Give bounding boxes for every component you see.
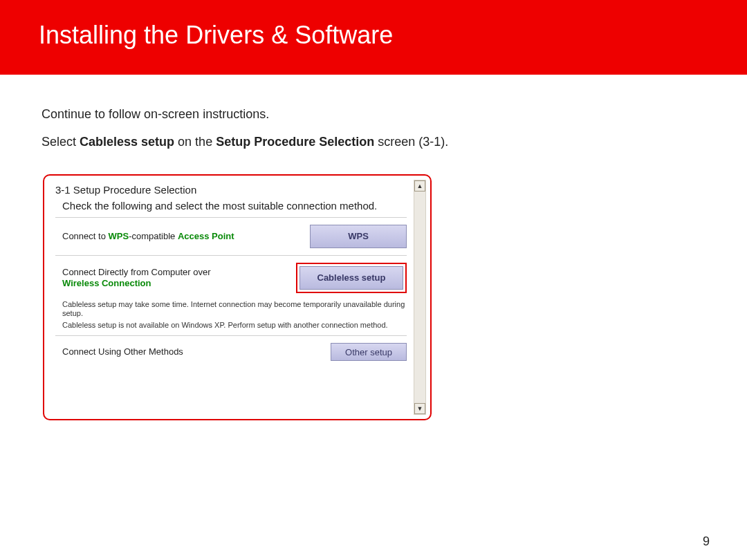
vertical-scrollbar[interactable]: ▲ ▼ [414, 180, 426, 415]
instruction-line-1: Continue to follow on-screen instruction… [42, 107, 269, 122]
scroll-up-icon[interactable]: ▲ [414, 180, 425, 192]
text: -compatible [129, 231, 178, 241]
dialog-title: 3-1 Setup Procedure Selection [55, 184, 407, 196]
page-title: Installing the Drivers & Software [39, 21, 747, 50]
text: on the [174, 135, 216, 149]
header-bar: Installing the Drivers & Software [0, 0, 747, 75]
dialog-subtitle: Check the following and select the most … [62, 200, 407, 213]
option-wps-row: Connect to WPS-compatible Access Point W… [62, 225, 407, 248]
slide: Installing the Drivers & Software Contin… [0, 0, 747, 560]
dialog-inner: 3-1 Setup Procedure Selection Check the … [44, 176, 430, 419]
page-number: 9 [703, 534, 710, 549]
option-other-label: Connect Using Other Methods [62, 346, 183, 357]
emphasis-cableless: Cableless setup [80, 135, 174, 149]
cableless-note-2: Cableless setup is not available on Wind… [62, 321, 407, 330]
highlight-access-point: Access Point [178, 231, 234, 241]
divider [55, 217, 407, 218]
emphasis-screen-name: Setup Procedure Selection [216, 135, 374, 149]
cableless-setup-button[interactable]: Cableless setup [299, 266, 403, 290]
divider [55, 335, 407, 336]
wps-button[interactable]: WPS [310, 225, 407, 248]
text: Connect to [62, 231, 109, 241]
highlight-wireless-connection: Wireless Connection [62, 278, 151, 288]
option-other-row: Connect Using Other Methods Other setup [62, 343, 407, 361]
other-setup-button[interactable]: Other setup [331, 343, 407, 361]
option-wps-label: Connect to WPS-compatible Access Point [62, 231, 234, 242]
highlight-wps: WPS [109, 231, 129, 241]
setup-procedure-dialog: 3-1 Setup Procedure Selection Check the … [43, 174, 432, 420]
cableless-highlight-frame: Cableless setup [296, 263, 407, 293]
text: screen (3-1). [374, 135, 448, 149]
option-cableless-row: Connect Directly from Computer over Wire… [62, 263, 407, 293]
dialog-client-area: 3-1 Setup Procedure Selection Check the … [48, 180, 414, 415]
option-cableless-label: Connect Directly from Computer over Wire… [62, 267, 235, 290]
cableless-note-1: Cableless setup may take some time. Inte… [62, 300, 407, 318]
divider [55, 255, 407, 256]
text: Select [42, 135, 80, 149]
instruction-line-2: Select Cableless setup on the Setup Proc… [42, 135, 448, 149]
scroll-down-icon[interactable]: ▼ [414, 403, 425, 414]
text: Connect Directly from Computer over [62, 267, 211, 277]
